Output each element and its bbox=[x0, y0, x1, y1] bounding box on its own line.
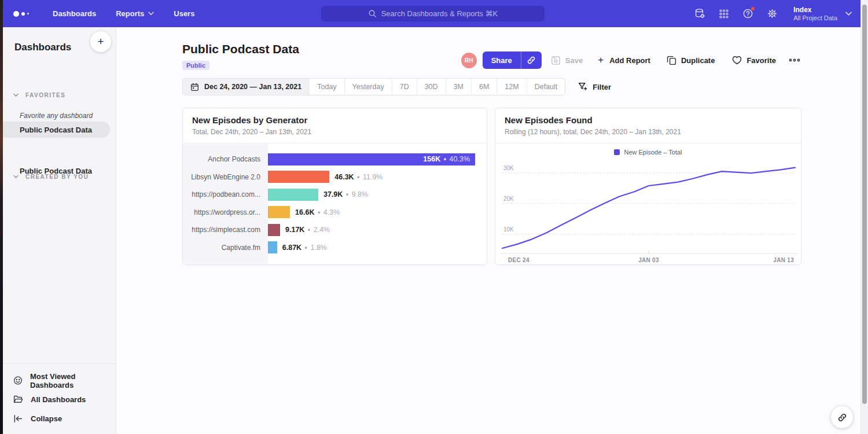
date-range-picker[interactable]: Dec 24, 2020 — Jan 13, 2021 bbox=[183, 79, 310, 95]
svg-text:DEC 24: DEC 24 bbox=[508, 257, 529, 263]
save-button[interactable]: Save bbox=[551, 56, 583, 65]
bar-row: Captivate.fm6.87K • 1.8% bbox=[183, 239, 487, 257]
nav-links: Dashboards Reports Users bbox=[53, 9, 194, 18]
card-title: New Episodes by Generator bbox=[192, 115, 307, 125]
share-link-button[interactable] bbox=[521, 52, 542, 69]
search-input[interactable]: Search Dashboards & Reports ⌘K bbox=[321, 6, 545, 21]
svg-text:JAN 03: JAN 03 bbox=[638, 257, 659, 263]
bar[interactable]: 156K • 40.3% bbox=[268, 153, 475, 165]
all-dashboards-button[interactable]: All Dashboards bbox=[3, 390, 116, 409]
date-preset-7d[interactable]: 7D bbox=[392, 79, 417, 95]
nav-item-dashboards[interactable]: Dashboards bbox=[53, 9, 96, 18]
sidebar: Dashboards + FAVORITES Favorite any dash… bbox=[3, 27, 116, 434]
apps-grid-icon[interactable] bbox=[719, 9, 729, 19]
bar[interactable] bbox=[268, 171, 329, 183]
date-preset-today[interactable]: Today bbox=[310, 79, 344, 95]
collapse-sidebar-button[interactable]: Collapse bbox=[3, 409, 116, 428]
date-preset-12m[interactable]: 12M bbox=[497, 79, 527, 95]
favorite-button[interactable]: Favorite bbox=[732, 56, 776, 65]
sidebar-item-created-dashboard[interactable]: Public Podcast Data bbox=[3, 163, 110, 179]
bar[interactable] bbox=[268, 241, 277, 253]
scrollbar-thumb[interactable] bbox=[862, 5, 867, 404]
bar-value-label: 156K • 40.3% bbox=[423, 155, 475, 163]
share-button[interactable]: Share bbox=[483, 52, 542, 69]
nav-item-label: Users bbox=[174, 9, 194, 18]
bar-category-label: https://simplecast.com bbox=[183, 226, 268, 234]
page-scrollbar[interactable] bbox=[860, 0, 868, 434]
save-icon bbox=[551, 56, 561, 65]
bar-row: https://simplecast.com9.17K • 2.4% bbox=[183, 221, 487, 239]
project-text: Index All Project Data bbox=[793, 6, 837, 22]
filter-funnel-icon bbox=[578, 82, 587, 91]
filter-label: Filter bbox=[593, 83, 611, 91]
sidebar-title: Dashboards bbox=[14, 42, 71, 53]
data-sources-icon[interactable] bbox=[694, 8, 705, 19]
share-button-label[interactable]: Share bbox=[483, 52, 521, 69]
bar[interactable] bbox=[268, 189, 318, 201]
chevron-down-icon bbox=[845, 12, 852, 16]
card-new-episodes-found: New Episodes Found Rolling (12 hours), t… bbox=[495, 108, 801, 265]
link-icon bbox=[837, 413, 847, 422]
add-report-button[interactable]: + Add Report bbox=[598, 54, 650, 66]
nav-item-label: Dashboards bbox=[53, 9, 96, 18]
date-range-label: Dec 24, 2020 — Jan 13, 2021 bbox=[204, 83, 301, 91]
date-preset-yesterday[interactable]: Yesterday bbox=[345, 79, 392, 95]
bar-category-label: Anchor Podcasts bbox=[183, 155, 268, 163]
plus-icon: + bbox=[598, 54, 604, 66]
link-icon bbox=[527, 56, 536, 65]
date-preset-30d[interactable]: 30D bbox=[417, 79, 446, 95]
bar-value-label: 37.9K • 9.8% bbox=[323, 190, 368, 198]
collapse-arrow-icon bbox=[13, 414, 23, 424]
notification-dot bbox=[751, 6, 755, 11]
bar-chart: Anchor Podcasts156K • 40.3%Libsyn WebEng… bbox=[183, 144, 487, 264]
bar-category-label: https://wordpress.or... bbox=[183, 208, 268, 216]
copy-link-fab[interactable] bbox=[831, 406, 853, 428]
main-content: Public Podcast Data Public RH Share Save… bbox=[116, 27, 860, 434]
favorites-empty-note: Favorite any dashboard bbox=[20, 112, 93, 120]
folder-icon bbox=[13, 395, 23, 404]
sidebar-item-recent-dashboard[interactable]: Public Podcast Data bbox=[3, 122, 110, 138]
project-scope: All Project Data bbox=[793, 14, 837, 22]
chartable-logo-icon[interactable] bbox=[13, 11, 36, 17]
duplicate-icon bbox=[667, 56, 676, 65]
bar[interactable] bbox=[268, 224, 280, 236]
date-preset-default[interactable]: Default bbox=[527, 79, 565, 95]
plus-icon: + bbox=[97, 35, 104, 48]
footer-item-label: Most Viewed Dashboards bbox=[30, 372, 116, 389]
bar-category-label: https://podbean.com... bbox=[183, 190, 268, 198]
filter-button[interactable]: Filter bbox=[578, 82, 611, 91]
most-viewed-dashboards-button[interactable]: Most Viewed Dashboards bbox=[3, 371, 116, 390]
save-label: Save bbox=[565, 56, 583, 65]
add-report-label: Add Report bbox=[609, 56, 650, 65]
bar[interactable] bbox=[268, 206, 290, 218]
duplicate-button[interactable]: Duplicate bbox=[667, 56, 715, 65]
date-preset-6m[interactable]: 6M bbox=[472, 79, 497, 95]
date-preset-3m[interactable]: 3M bbox=[446, 79, 472, 95]
project-selector[interactable]: Index All Project Data bbox=[793, 6, 852, 22]
section-favorites[interactable]: FAVORITES bbox=[13, 92, 65, 98]
settings-gear-icon[interactable] bbox=[767, 8, 778, 19]
avatar[interactable]: RH bbox=[461, 53, 477, 68]
search-icon bbox=[368, 9, 377, 18]
help-icon[interactable] bbox=[742, 8, 753, 19]
svg-text:20K: 20K bbox=[503, 196, 514, 202]
more-dots-icon bbox=[789, 58, 800, 62]
heart-icon bbox=[732, 56, 742, 65]
bar-row: Libsyn WebEngine 2.046.3K • 11.9% bbox=[183, 168, 487, 186]
date-range-bar: Dec 24, 2020 — Jan 13, 2021 TodayYesterd… bbox=[182, 78, 611, 95]
duplicate-label: Duplicate bbox=[681, 56, 715, 65]
sidebar-footer: Most Viewed Dashboards All Dashboards Co… bbox=[3, 363, 116, 434]
nav-item-label: Reports bbox=[116, 9, 144, 18]
smiley-icon bbox=[13, 376, 23, 385]
bar-row: Anchor Podcasts156K • 40.3% bbox=[183, 150, 487, 168]
bar-row: https://podbean.com...37.9K • 9.8% bbox=[183, 186, 487, 204]
nav-item-users[interactable]: Users bbox=[174, 9, 194, 18]
nav-item-reports[interactable]: Reports bbox=[116, 9, 154, 18]
add-dashboard-button[interactable]: + bbox=[90, 31, 111, 52]
svg-text:30K: 30K bbox=[503, 165, 514, 171]
more-options-button[interactable] bbox=[789, 58, 800, 62]
footer-item-label: All Dashboards bbox=[31, 395, 86, 404]
date-presets: TodayYesterday7D30D3M6M12MDefault bbox=[310, 79, 565, 95]
bar-category-label: Libsyn WebEngine 2.0 bbox=[183, 173, 268, 181]
sidebar-item-label: Public Podcast Data bbox=[20, 126, 92, 134]
